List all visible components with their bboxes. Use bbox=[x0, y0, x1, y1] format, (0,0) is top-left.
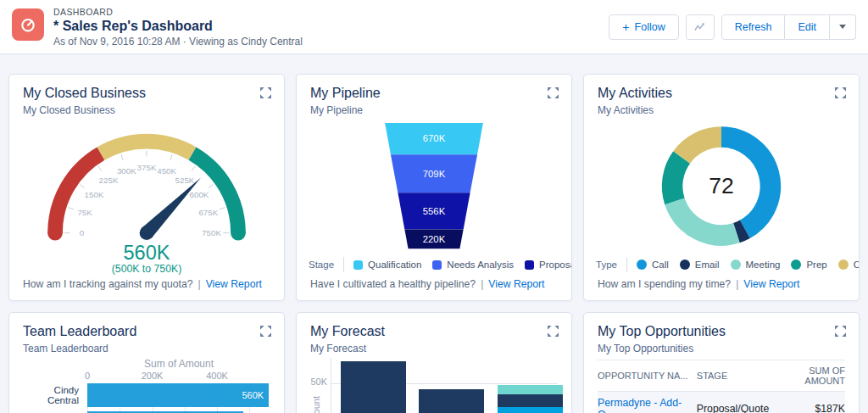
dashboard-app: DASHBOARD * Sales Rep's Dashboard As of … bbox=[0, 0, 868, 413]
card-my-pipeline: My Pipeline My Pipeline 670K709K556K220K… bbox=[296, 74, 572, 301]
footer-separator: | bbox=[736, 278, 738, 290]
button-group: Refresh Edit bbox=[721, 14, 856, 40]
legend-swatch bbox=[432, 260, 442, 270]
legend-title: Stage bbox=[309, 260, 334, 270]
bar-segment[interactable] bbox=[498, 394, 563, 407]
card-my-activities: My Activities My Activities 72 TypeCallE… bbox=[583, 74, 860, 301]
dashboard-grid: My Closed Business My Closed Business 07… bbox=[0, 54, 868, 413]
legend-label: Call bbox=[652, 260, 669, 270]
legend-item[interactable]: Proposal/Quote bbox=[525, 260, 571, 270]
bar-row: Cindy Central560K bbox=[87, 383, 270, 407]
legend-item[interactable]: Meeting bbox=[731, 260, 781, 270]
card-title: My Pipeline bbox=[310, 86, 558, 101]
view-report-link[interactable]: View Report bbox=[743, 278, 799, 290]
follow-button[interactable]: + Follow bbox=[609, 14, 678, 40]
legend-label: Email bbox=[695, 260, 720, 270]
column-header[interactable]: OPPORTUNITY NA... bbox=[598, 360, 697, 392]
expand-icon[interactable] bbox=[833, 86, 848, 103]
expand-icon[interactable] bbox=[259, 86, 273, 103]
gauge-tick-label: 225K bbox=[99, 176, 119, 185]
legend-swatch bbox=[838, 260, 849, 270]
forecast-chart: Amount50K bbox=[310, 354, 558, 413]
card-header: Team Leaderboard Team Leaderboard bbox=[9, 313, 284, 354]
more-actions-button[interactable] bbox=[830, 14, 856, 40]
refresh-button[interactable]: Refresh bbox=[721, 14, 786, 40]
donut-segment[interactable] bbox=[672, 157, 682, 201]
card-my-forecast: My Forecast My Forecast Amount50K bbox=[296, 312, 572, 413]
page-meta: As of Nov 9, 2016 10:28 AM · Viewing as … bbox=[53, 36, 303, 47]
bar[interactable]: 560K bbox=[87, 383, 269, 407]
y-axis-title: Amount bbox=[311, 396, 321, 413]
gauge-tick-label: 150K bbox=[85, 190, 104, 199]
donut-segment[interactable] bbox=[737, 229, 745, 232]
funnel-value: 670K bbox=[423, 133, 446, 143]
gauge-tick-label: 0 bbox=[80, 228, 85, 237]
cell-text: $187K bbox=[815, 403, 845, 413]
card-header: My Closed Business My Closed Business bbox=[9, 75, 284, 116]
expand-icon[interactable] bbox=[833, 324, 848, 341]
funnel-svg: 670K709K556K220K bbox=[297, 116, 571, 256]
gauge-tick-label: 600K bbox=[190, 190, 209, 199]
card-subtitle: My Closed Business bbox=[23, 104, 270, 116]
view-report-link[interactable]: View Report bbox=[206, 278, 262, 290]
bar-label: Cindy Central bbox=[23, 385, 79, 405]
table-header-row: OPPORTUNITY NA...STAGESUM OF AMOUNT bbox=[598, 360, 845, 392]
page-title: * Sales Rep's Dashboard bbox=[53, 19, 303, 34]
card-header: My Forecast My Forecast bbox=[297, 313, 571, 354]
legend-item[interactable]: Email bbox=[680, 260, 720, 270]
follow-button-label: Follow bbox=[635, 21, 665, 33]
card-footer: How am I spending my time?|View Report bbox=[584, 275, 859, 300]
legend-item[interactable]: Call bbox=[637, 260, 669, 270]
view-report-link[interactable]: View Report bbox=[488, 278, 544, 290]
column-header[interactable]: STAGE bbox=[697, 360, 778, 392]
gauge-needle bbox=[142, 177, 201, 237]
gauge-tick-label: 450K bbox=[157, 166, 176, 176]
gauge-tick-label: 375K bbox=[137, 163, 157, 172]
expand-icon[interactable] bbox=[546, 324, 560, 341]
card-footer: How am I tracking against my quota?|View… bbox=[9, 275, 284, 300]
legend-item[interactable]: Prep bbox=[791, 260, 826, 270]
header-text: DASHBOARD * Sales Rep's Dashboard As of … bbox=[53, 7, 303, 47]
card-team-leaderboard: Team Leaderboard Team Leaderboard Sum of… bbox=[8, 312, 285, 413]
dashboard-logo-icon bbox=[12, 8, 44, 41]
donut-chart: 72 bbox=[584, 116, 859, 256]
chart-legend: StageQualificationNeeds AnalysisProposal… bbox=[297, 256, 571, 273]
gauge-glyph bbox=[18, 14, 38, 35]
gauge-value: 560K bbox=[124, 242, 170, 264]
bar-segment[interactable] bbox=[498, 407, 563, 413]
legend-item[interactable]: Qualification bbox=[353, 260, 421, 270]
legend-swatch bbox=[637, 260, 647, 270]
opportunity-link[interactable]: Permadyne - Add-O... bbox=[598, 397, 682, 413]
leaderboard-chart: Sum of Amount0200K400KCindy Central560K bbox=[23, 358, 270, 413]
donut-segment[interactable] bbox=[682, 137, 721, 158]
card-header: My Pipeline My Pipeline bbox=[297, 75, 571, 116]
header-left: DASHBOARD * Sales Rep's Dashboard As of … bbox=[12, 7, 303, 47]
legend-divider bbox=[343, 257, 344, 272]
legend-label: Prep bbox=[806, 260, 826, 270]
sparkline-button[interactable] bbox=[686, 14, 715, 40]
object-type-label: DASHBOARD bbox=[53, 7, 303, 17]
legend-divider bbox=[626, 257, 627, 272]
bar-segment[interactable] bbox=[419, 389, 484, 413]
table-row: Permadyne - Add-O...Proposal/Quote$187K bbox=[598, 392, 845, 413]
column-header[interactable]: SUM OF AMOUNT bbox=[778, 360, 845, 392]
bar-segment[interactable] bbox=[341, 361, 406, 413]
legend-swatch bbox=[731, 260, 741, 270]
bar-segment[interactable] bbox=[498, 385, 563, 395]
donut-segment[interactable] bbox=[675, 201, 737, 235]
expand-icon[interactable] bbox=[259, 324, 273, 341]
legend-swatch bbox=[525, 260, 534, 270]
card-header: My Top Opportunities My Top Opportunitie… bbox=[584, 313, 859, 354]
card-header: My Activities My Activities bbox=[584, 75, 859, 116]
donut-center-value: 72 bbox=[709, 173, 733, 198]
legend-item[interactable]: Needs Analysis bbox=[432, 260, 514, 270]
footer-question: Have I cultivated a healthy pipeline? bbox=[310, 278, 476, 290]
expand-icon[interactable] bbox=[546, 86, 560, 103]
card-title: My Activities bbox=[598, 86, 845, 101]
legend-label: Proposal/Quote bbox=[539, 260, 571, 270]
edit-button[interactable]: Edit bbox=[785, 14, 830, 40]
card-subtitle: My Forecast bbox=[310, 343, 558, 354]
legend-item[interactable]: Other bbox=[838, 260, 859, 270]
funnel-value: 709K bbox=[423, 169, 446, 179]
card-subtitle: Team Leaderboard bbox=[23, 343, 270, 354]
